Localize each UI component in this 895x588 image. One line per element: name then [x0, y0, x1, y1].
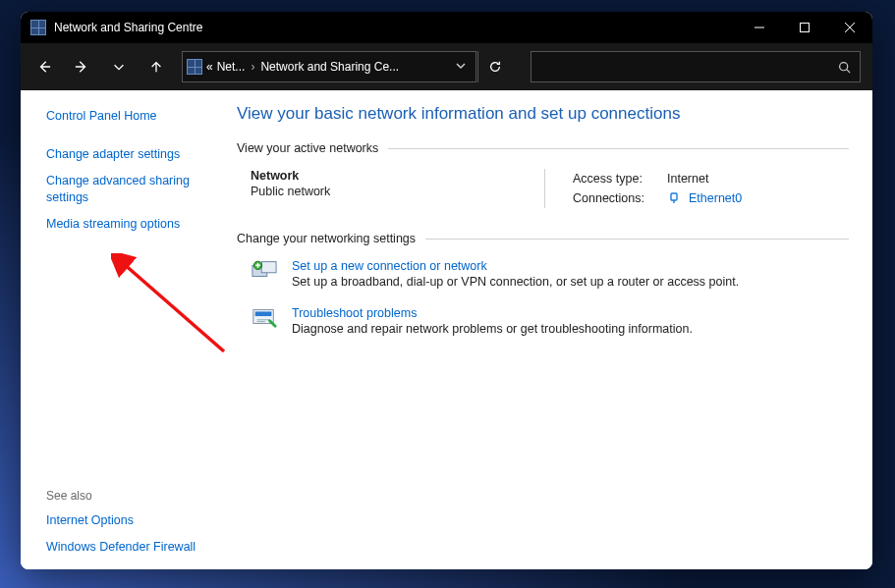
sidebar-home-link[interactable]: Control Panel Home [46, 108, 209, 125]
page-title: View your basic network information and … [237, 104, 849, 124]
active-network-block: Network Public network Access type: Inte… [251, 169, 849, 208]
close-button[interactable] [827, 12, 872, 43]
troubleshoot-icon [251, 306, 278, 334]
divider [388, 148, 849, 149]
breadcrumb-2[interactable]: Network and Sharing Ce... [260, 60, 399, 74]
address-icon [187, 59, 202, 75]
setting-title[interactable]: Set up a new connection or network [292, 259, 739, 273]
access-type-label: Access type: [573, 169, 659, 188]
maximize-button[interactable] [782, 12, 827, 43]
access-type-value: Internet [667, 169, 708, 188]
change-settings-label: Change your networking settings [237, 232, 849, 245]
address-bar[interactable]: « Net... › Network and Sharing Ce... [182, 51, 476, 82]
svg-rect-4 [261, 262, 276, 273]
sidebar-link-media-streaming[interactable]: Media streaming options [46, 216, 209, 233]
see-also-internet-options[interactable]: Internet Options [46, 512, 209, 529]
svg-point-1 [839, 62, 847, 70]
search-input[interactable] [531, 60, 828, 74]
network-name: Network [251, 169, 532, 183]
active-networks-label: View your active networks [237, 141, 849, 155]
svg-rect-0 [801, 24, 810, 32]
titlebar: Network and Sharing Centre [21, 12, 872, 43]
connections-label: Connections: [573, 188, 659, 208]
up-button[interactable] [139, 49, 174, 84]
window: Network and Sharing Centre « Net... [21, 12, 872, 569]
minimize-button[interactable] [737, 12, 782, 43]
address-prefix: « [206, 60, 213, 74]
search-icon[interactable] [828, 61, 860, 74]
refresh-button[interactable] [477, 51, 511, 82]
setting-desc: Set up a broadband, dial-up or VPN conne… [292, 275, 739, 289]
main-panel: View your basic network information and … [217, 90, 872, 569]
ethernet-icon [667, 191, 681, 205]
sidebar: Control Panel Home Change adapter settin… [21, 90, 217, 569]
content: Control Panel Home Change adapter settin… [21, 90, 872, 569]
back-button[interactable] [27, 49, 62, 84]
setting-desc: Diagnose and repair network problems or … [292, 322, 693, 336]
address-dropdown-icon[interactable] [450, 60, 472, 74]
see-also-label: See also [46, 489, 209, 503]
svg-rect-2 [671, 193, 677, 200]
search-bar[interactable] [531, 51, 861, 82]
window-title: Network and Sharing Centre [54, 21, 202, 34]
setting-title[interactable]: Troubleshoot problems [292, 306, 693, 320]
divider [425, 239, 849, 240]
forward-button[interactable] [64, 49, 99, 84]
recent-locations-button[interactable] [101, 49, 137, 84]
see-also-firewall[interactable]: Windows Defender Firewall [46, 539, 209, 556]
svg-rect-7 [255, 311, 272, 316]
setting-item-troubleshoot: Troubleshoot problems Diagnose and repai… [251, 306, 849, 336]
breadcrumb-1[interactable]: Net... [217, 60, 246, 74]
app-icon [30, 20, 46, 35]
connection-link[interactable]: Ethernet0 [689, 188, 742, 208]
new-connection-icon [251, 259, 278, 287]
sidebar-link-advanced-sharing[interactable]: Change advanced sharing settings [46, 173, 209, 206]
sidebar-link-adapter[interactable]: Change adapter settings [46, 146, 209, 163]
breadcrumb-sep: › [249, 60, 256, 74]
navbar: « Net... › Network and Sharing Ce... [21, 43, 872, 90]
network-type: Public network [251, 185, 532, 198]
setting-item-new-connection: Set up a new connection or network Set u… [251, 259, 849, 289]
